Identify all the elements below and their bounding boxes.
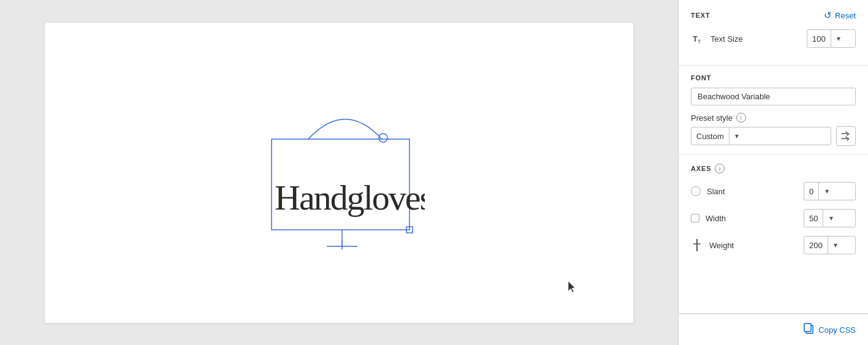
slant-label: Slant <box>707 187 798 196</box>
weight-value: 200 <box>804 241 828 250</box>
weight-row: Weight 200 ▾ <box>691 236 856 254</box>
reset-icon: ↺ <box>824 10 832 21</box>
preset-style-label: Preset style <box>691 113 733 123</box>
reset-button[interactable]: ↺ Reset <box>824 10 856 21</box>
width-dropdown-arrow: ▾ <box>823 210 839 227</box>
svg-text:T: T <box>693 34 698 44</box>
preset-style-dropdown[interactable]: Custom ▾ <box>691 127 831 145</box>
axes-section: AXES i Slant 0 ▾ Width 50 ▾ <box>679 155 868 314</box>
weight-icon <box>691 239 703 251</box>
text-section-header: TEXT ↺ Reset <box>691 10 856 21</box>
font-preview-illustration: Handgloves <box>253 93 425 252</box>
preset-controls: Custom ▾ <box>691 126 856 146</box>
width-label: Width <box>706 214 798 223</box>
weight-label: Weight <box>709 241 798 250</box>
right-panel: TEXT ↺ Reset T T Text Size 100 ▾ Font Be… <box>678 0 868 345</box>
mouse-cursor <box>568 281 578 294</box>
copy-css-icon <box>804 323 815 336</box>
copy-css-button[interactable]: Copy CSS <box>804 323 856 336</box>
slant-radio[interactable] <box>691 186 701 196</box>
slant-dropdown[interactable]: 0 ▾ <box>804 182 856 200</box>
text-size-icon: T T <box>691 32 704 45</box>
shuffle-button[interactable] <box>836 126 856 146</box>
width-row: Width 50 ▾ <box>691 209 856 227</box>
svg-text:T: T <box>698 39 701 44</box>
axes-section-title: AXES <box>691 165 711 172</box>
text-size-value: 100 <box>807 34 831 44</box>
axes-info-icon[interactable]: i <box>715 164 725 173</box>
copy-css-footer: Copy CSS <box>679 314 868 345</box>
preset-info-icon[interactable]: i <box>736 113 746 123</box>
copy-css-label: Copy CSS <box>818 325 856 335</box>
text-section-title: TEXT <box>691 12 710 19</box>
weight-dropdown[interactable]: 200 ▾ <box>804 236 856 254</box>
canvas-card: Handgloves <box>45 23 633 323</box>
axes-section-header: AXES i <box>691 164 856 173</box>
canvas-area: Handgloves <box>0 0 678 345</box>
preset-style-dropdown-arrow: ▾ <box>729 127 745 145</box>
preset-style-value: Custom <box>691 132 729 141</box>
text-size-dropdown-arrow: ▾ <box>831 30 847 47</box>
svg-text:Handgloves: Handgloves <box>275 178 425 218</box>
preset-style-label-row: Preset style i <box>691 113 856 123</box>
text-size-row: T T Text Size 100 ▾ <box>691 29 856 48</box>
text-size-label: Text Size <box>710 34 801 44</box>
font-name-box[interactable]: Beachwood Variable <box>691 88 856 105</box>
text-section: TEXT ↺ Reset T T Text Size 100 ▾ <box>679 0 868 66</box>
slant-value: 0 <box>804 187 818 196</box>
font-section-title: Font <box>691 74 856 82</box>
reset-label: Reset <box>835 11 856 20</box>
svg-rect-12 <box>804 324 811 332</box>
width-checkbox[interactable] <box>691 214 699 222</box>
slant-dropdown-arrow: ▾ <box>818 183 834 200</box>
weight-dropdown-arrow: ▾ <box>828 237 843 254</box>
width-dropdown[interactable]: 50 ▾ <box>804 209 856 227</box>
font-section: Font Beachwood Variable Preset style i C… <box>679 66 868 155</box>
slant-row: Slant 0 ▾ <box>691 182 856 200</box>
text-size-dropdown[interactable]: 100 ▾ <box>807 29 856 48</box>
shuffle-icon <box>840 131 851 142</box>
width-value: 50 <box>804 214 823 223</box>
